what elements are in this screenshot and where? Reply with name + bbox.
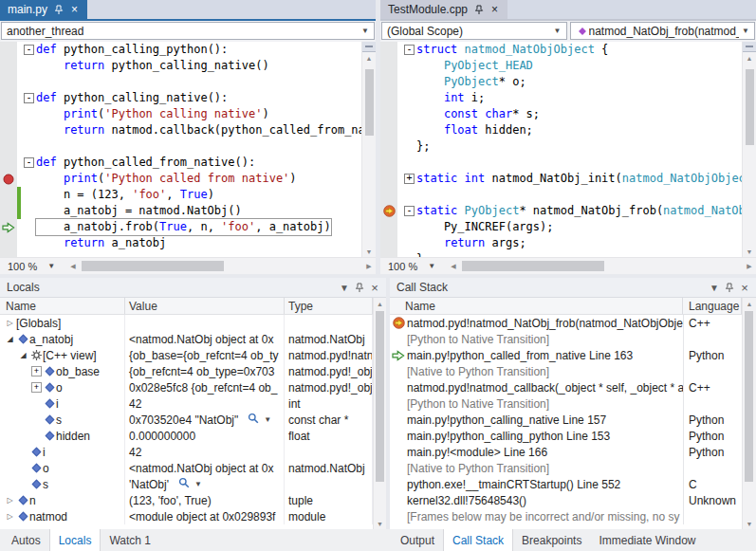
- tab-output[interactable]: Output: [392, 529, 443, 551]
- expander-icon[interactable]: +: [30, 366, 43, 377]
- expander-icon[interactable]: ▷: [4, 319, 16, 327]
- locals-row[interactable]: ▷[Globals]: [0, 315, 373, 331]
- expander-icon[interactable]: +: [30, 382, 43, 393]
- breakpoint-margin[interactable]: [0, 138, 17, 155]
- callstack-frame-row[interactable]: [Native to Python Transition]: [390, 363, 742, 379]
- locals-row[interactable]: ▷natmod<module object at 0x029893fmodule: [0, 508, 373, 524]
- breakpoint-margin[interactable]: [380, 106, 397, 122]
- code-editor[interactable]: -struct natmod_NatObjObject { PyObject_H…: [380, 42, 756, 257]
- locals-row[interactable]: s'NatObj'▼: [0, 476, 373, 492]
- window-position-icon[interactable]: ▼: [337, 280, 352, 295]
- fold-toggle-icon[interactable]: -: [24, 93, 34, 103]
- expand-plus-icon[interactable]: +: [31, 382, 42, 393]
- tab-autos[interactable]: Autos: [3, 529, 49, 551]
- tab-immediate-window[interactable]: Immediate Window: [590, 529, 704, 551]
- callstack-frame-row[interactable]: main.py!<module> Line 166Python: [390, 444, 742, 460]
- scroll-up-icon[interactable]: ▲: [362, 52, 376, 64]
- breakpoint-icon[interactable]: [0, 171, 17, 187]
- pin-icon[interactable]: [473, 4, 484, 15]
- callstack-frame-row[interactable]: [Python to Native Transition]: [390, 395, 742, 412]
- scroll-up-icon[interactable]: ▲: [743, 298, 756, 309]
- pin-icon[interactable]: [53, 4, 64, 15]
- breakpoint-margin[interactable]: [380, 74, 397, 90]
- scroll-left-icon[interactable]: ◀: [66, 263, 80, 270]
- breakpoint-margin[interactable]: [0, 74, 17, 90]
- vertical-scrollbar[interactable]: ▲ ▼: [361, 42, 376, 257]
- code-area[interactable]: -struct natmod_NatObjObject { PyObject_H…: [380, 42, 742, 257]
- code-editor[interactable]: -def python_calling_python(): return pyt…: [0, 42, 376, 257]
- breakpoint-margin[interactable]: [380, 171, 397, 187]
- scrollbar-thumb[interactable]: [365, 69, 374, 136]
- breakpoint-margin[interactable]: [380, 235, 397, 251]
- fold-toggle-icon[interactable]: +: [404, 174, 415, 184]
- magnifier-icon[interactable]: [178, 477, 190, 491]
- callstack-frame-row[interactable]: [Python to Native Transition]: [390, 331, 742, 347]
- scrollbar-thumb[interactable]: [376, 311, 384, 482]
- current-statement-arrow-icon[interactable]: [380, 203, 397, 219]
- callstack-frame-row[interactable]: natmod.pyd!natmod_NatObj_frob(natmod_Nat…: [390, 315, 742, 331]
- locals-row[interactable]: hidden0.000000000float: [0, 428, 373, 444]
- breakpoint-margin[interactable]: [380, 122, 397, 138]
- scroll-down-icon[interactable]: ▼: [743, 518, 756, 529]
- scrollbar-track[interactable]: [743, 64, 756, 246]
- tab-testmodule-cpp[interactable]: TestModule.cpp ×: [380, 0, 507, 19]
- breakpoint-margin[interactable]: [380, 58, 397, 74]
- fold-toggle-icon[interactable]: -: [404, 45, 415, 55]
- breakpoint-margin[interactable]: [380, 90, 397, 106]
- breakpoint-margin[interactable]: [0, 90, 17, 106]
- tab-breakpoints[interactable]: Breakpoints: [513, 529, 590, 551]
- pin-icon[interactable]: [722, 280, 737, 295]
- breakpoint-margin[interactable]: [0, 187, 17, 203]
- scrollbar-track[interactable]: [362, 64, 376, 246]
- close-icon[interactable]: ×: [489, 4, 500, 15]
- tab-call-stack[interactable]: Call Stack: [443, 529, 513, 551]
- scrollbar-track[interactable]: [460, 258, 743, 274]
- callstack-frame-row[interactable]: main.py!python_calling_python Line 153Py…: [390, 428, 742, 444]
- expander-icon[interactable]: ◢: [4, 335, 16, 343]
- vertical-scrollbar[interactable]: ▲ ▼: [373, 298, 386, 529]
- chevron-down-icon[interactable]: ▼: [261, 415, 274, 424]
- column-header-type[interactable]: Type: [285, 298, 373, 314]
- navbar-member-dropdown[interactable]: natmod_NatObj_frob(natmod_ ▼: [570, 22, 756, 40]
- callstack-frame-row[interactable]: natmod.pyd!natmod_callback(_object * sel…: [390, 379, 742, 395]
- calling-frame-arrow-icon[interactable]: [0, 219, 17, 235]
- expander-icon[interactable]: ▷: [4, 496, 16, 505]
- scrollbar-track[interactable]: [743, 309, 756, 518]
- zoom-control[interactable]: 100 % ▼: [380, 261, 447, 272]
- breakpoint-margin[interactable]: [380, 187, 397, 203]
- scrollbar-thumb[interactable]: [746, 69, 754, 145]
- breakpoint-margin[interactable]: [380, 155, 397, 171]
- breakpoint-margin[interactable]: [0, 155, 17, 171]
- scrollbar-thumb[interactable]: [462, 261, 604, 271]
- locals-row[interactable]: s0x703520e4 "NatObj"▼const char *: [0, 412, 373, 428]
- scrollbar-track[interactable]: [80, 258, 362, 274]
- column-header-language[interactable]: Language: [683, 298, 742, 314]
- breakpoint-margin[interactable]: [0, 235, 17, 251]
- tab-main-py[interactable]: main.py ×: [0, 0, 87, 19]
- locals-row[interactable]: +ob_base{ob_refcnt=4 ob_type=0x703natmod…: [0, 363, 373, 379]
- window-position-icon[interactable]: ▼: [707, 280, 722, 295]
- column-header-value[interactable]: Value: [125, 298, 285, 314]
- close-icon[interactable]: ×: [737, 280, 752, 295]
- fold-toggle-icon[interactable]: -: [24, 157, 34, 168]
- breakpoint-margin[interactable]: [0, 42, 17, 58]
- callstack-frame-row[interactable]: main.py!python_called_from_native Line 1…: [390, 347, 742, 363]
- scroll-up-icon[interactable]: ▲: [374, 298, 386, 309]
- navbar-scope-dropdown[interactable]: another_thread ▼: [1, 22, 375, 40]
- scroll-down-icon[interactable]: ▼: [743, 246, 756, 257]
- close-icon[interactable]: ×: [367, 280, 382, 295]
- close-icon[interactable]: ×: [69, 4, 80, 15]
- breakpoint-margin[interactable]: [0, 106, 17, 122]
- horizontal-scrollbar[interactable]: ◀ ▶: [447, 258, 756, 274]
- locals-row[interactable]: ◢a_natobj<natmod.NatObj object at 0xnatm…: [0, 331, 373, 347]
- breakpoint-margin[interactable]: [380, 42, 397, 58]
- splitter-grip-icon[interactable]: [362, 42, 376, 52]
- scroll-down-icon[interactable]: ▼: [374, 518, 386, 529]
- fold-toggle-icon[interactable]: -: [404, 206, 415, 216]
- locals-row[interactable]: o<natmod.NatObj object at 0xnatmod.NatOb…: [0, 460, 373, 476]
- breakpoint-margin[interactable]: [0, 203, 17, 219]
- column-header-name[interactable]: Name: [390, 298, 683, 314]
- locals-row[interactable]: ◢[C++ view]{ob_base={ob_refcnt=4 ob_tyna…: [0, 347, 373, 363]
- vertical-scrollbar[interactable]: ▲ ▼: [742, 298, 756, 529]
- chevron-down-icon[interactable]: ▼: [192, 480, 205, 488]
